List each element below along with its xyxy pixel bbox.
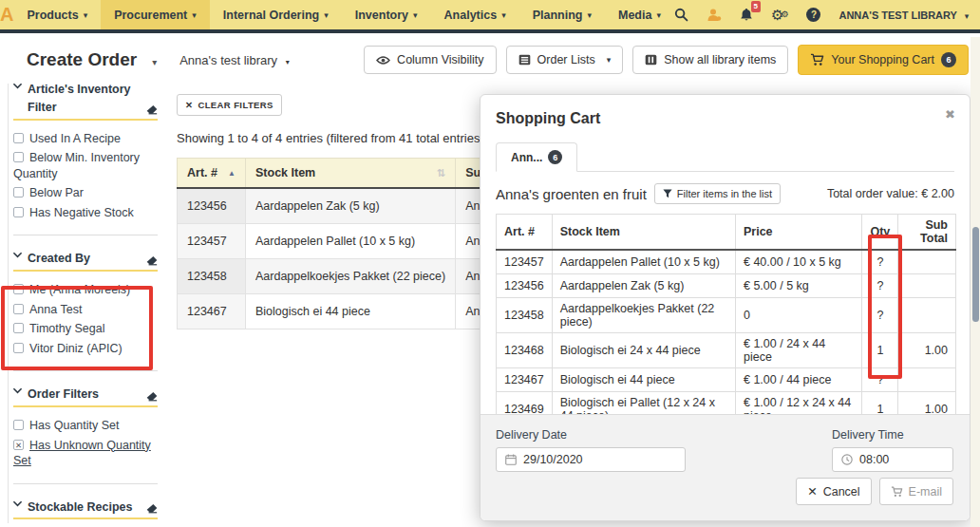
- email-button[interactable]: E-mail: [879, 478, 953, 505]
- header-stock-item[interactable]: Stock Item⇅: [246, 159, 456, 189]
- scrollbar-thumb[interactable]: [972, 227, 979, 322]
- eye-icon: [376, 55, 390, 66]
- supplier-list-title: Anna's groenten en fruit: [496, 186, 647, 202]
- nav-menu-item[interactable]: Products ▾: [13, 0, 101, 29]
- qty-cell[interactable]: ?: [862, 297, 898, 332]
- column-visibility-button[interactable]: Column Visibility: [364, 46, 496, 74]
- filter-checkbox-item[interactable]: Anna Test: [13, 302, 158, 318]
- show-all-library-items-button[interactable]: Show all library items: [632, 46, 788, 74]
- eraser-icon[interactable]: [146, 503, 158, 514]
- notification-badge: 5: [751, 1, 761, 12]
- price-cell: 0: [735, 297, 862, 332]
- cart-item-row: 123456 Aardappelen Zak (5 kg) € 5.00 / 5…: [497, 273, 956, 297]
- cart-count-badge: 6: [941, 52, 956, 67]
- header-qty: Qty: [862, 215, 898, 251]
- qty-cell[interactable]: ?: [862, 367, 898, 391]
- art-number-cell: 123458: [178, 259, 246, 294]
- top-navbar: A Products ▾ Procurement ▾ Internal Orde…: [0, 0, 980, 33]
- checkbox[interactable]: [13, 207, 24, 217]
- filter-checkbox-item[interactable]: Below Par: [13, 185, 158, 201]
- sub-total-cell: [898, 273, 956, 297]
- filter-section-header[interactable]: Created By: [13, 247, 158, 272]
- filter-checkbox-item[interactable]: Used In A Recipe: [13, 131, 158, 147]
- list-icon: [518, 54, 531, 66]
- help-icon[interactable]: ?: [806, 8, 820, 22]
- filter-section-items: Has Quantity Set ✕Has Unknown Quantity S…: [13, 407, 158, 475]
- modal-header: Shopping Cart ✖: [481, 95, 970, 127]
- order-lists-button[interactable]: Order Lists ▾: [506, 46, 624, 74]
- app-logo-icon[interactable]: A: [0, 0, 13, 29]
- filter-section-header[interactable]: Stockable Recipes: [13, 496, 158, 520]
- filter-checkbox-item[interactable]: Has Quantity Set: [13, 418, 158, 434]
- checkbox[interactable]: [13, 187, 24, 198]
- filter-section-items: Used In A Recipe Below Min. Inventory Qu…: [13, 121, 158, 227]
- filter-section-header[interactable]: Article's Inventory Filter: [13, 84, 158, 121]
- filter-checkbox-item[interactable]: ✕Has Unknown Quantity Set: [13, 438, 158, 469]
- close-icon[interactable]: ✖: [945, 107, 955, 122]
- filter-checkbox-item[interactable]: Below Min. Inventory Quantity: [13, 150, 158, 181]
- header-stock-item: Stock Item: [552, 215, 735, 251]
- header-price: Price: [735, 215, 862, 251]
- delivery-time-input[interactable]: 08:00: [832, 447, 953, 472]
- caret-down-icon: ▾: [192, 10, 197, 20]
- stock-item-cell: Aardappelen Pallet (10 x 5 kg): [246, 224, 456, 259]
- filter-checkbox-item[interactable]: Timothy Segal: [13, 321, 158, 337]
- chevron-down-icon: [13, 84, 22, 89]
- checkbox[interactable]: [13, 323, 24, 333]
- header-art[interactable]: Art. #▲: [178, 159, 246, 189]
- create-order-dropdown[interactable]: ▾: [152, 57, 157, 67]
- eraser-icon[interactable]: [146, 255, 158, 266]
- checkbox[interactable]: [13, 284, 24, 294]
- settings-cogs-icon[interactable]: ⚙⚙: [771, 8, 789, 22]
- cancel-button[interactable]: ✕ Cancel: [796, 478, 871, 505]
- header-art: Art. #: [497, 215, 553, 251]
- qty-cell[interactable]: ?: [862, 273, 898, 297]
- user-icon[interactable]: [707, 8, 722, 22]
- filter-section-items: Me (Anna Moreels) Anna Test Timothy Sega…: [13, 272, 158, 362]
- eraser-icon[interactable]: [146, 104, 158, 115]
- art-number-cell: 123467: [497, 367, 553, 391]
- shopping-cart-button[interactable]: Your Shopping Cart 6: [798, 45, 969, 75]
- page-title: Create Order: [27, 49, 137, 70]
- delivery-date-label: Delivery Date: [496, 428, 686, 442]
- filter-checkbox-item[interactable]: Me (Anna Moreels): [13, 282, 158, 298]
- tab-count-badge: 6: [548, 150, 562, 164]
- checkbox[interactable]: [13, 304, 24, 314]
- nav-menu-item[interactable]: Procurement ▾: [101, 0, 210, 29]
- caret-down-icon: ▾: [324, 10, 329, 20]
- art-number-cell: 123457: [497, 250, 553, 273]
- filter-section-header[interactable]: Order Filters: [13, 383, 158, 407]
- cart-item-row: 123457 Aardappelen Pallet (10 x 5 kg) € …: [497, 250, 956, 273]
- checkbox[interactable]: ✕: [13, 440, 24, 450]
- notifications-bell-icon[interactable]: 5: [740, 8, 753, 22]
- checkbox[interactable]: [13, 152, 24, 162]
- cart-list-header: Anna's groenten en fruit Filter items in…: [496, 183, 954, 204]
- delivery-date-input[interactable]: 29/10/2020: [496, 447, 686, 472]
- delivery-time-label: Delivery Time: [832, 428, 953, 442]
- library-switcher[interactable]: ANNA'S TEST LIBRARY ▾: [839, 9, 969, 21]
- nav-menu-item[interactable]: Analytics ▾: [431, 0, 519, 29]
- checkbox[interactable]: [13, 343, 24, 353]
- search-icon[interactable]: [674, 8, 688, 22]
- cart-tab[interactable]: Ann... 6: [496, 142, 577, 172]
- sort-asc-icon: ▲: [228, 169, 236, 178]
- qty-cell[interactable]: 1: [862, 332, 898, 367]
- checkbox[interactable]: [13, 133, 24, 143]
- modal-footer: Delivery Date 29/10/2020 Delivery Time 0…: [481, 414, 970, 520]
- nav-menu-item[interactable]: Media ▾: [605, 0, 674, 29]
- caret-down-icon: ▾: [587, 10, 592, 20]
- library-selector[interactable]: Anna's test library ▾: [179, 53, 290, 67]
- nav-menu-item[interactable]: Inventory ▾: [342, 0, 431, 29]
- cart-item-row: 123458 Aardappelkoekjes Pakket (22 piece…: [497, 297, 956, 332]
- checkbox[interactable]: [13, 420, 24, 430]
- filter-checkbox-item[interactable]: Vitor Diniz (APIC): [13, 341, 158, 357]
- nav-menu-item[interactable]: Internal Ordering ▾: [210, 0, 342, 29]
- clear-filters-button[interactable]: ✕ CLEAR FILTERS: [177, 94, 282, 116]
- qty-cell[interactable]: ?: [862, 250, 898, 273]
- eraser-icon[interactable]: [146, 391, 158, 402]
- filter-items-button[interactable]: Filter items in the list: [654, 183, 781, 204]
- funnel-icon: [663, 189, 672, 198]
- art-number-cell: 123456: [497, 273, 553, 297]
- filter-checkbox-item[interactable]: Has Negative Stock: [13, 205, 158, 221]
- nav-menu-item[interactable]: Planning ▾: [519, 0, 605, 29]
